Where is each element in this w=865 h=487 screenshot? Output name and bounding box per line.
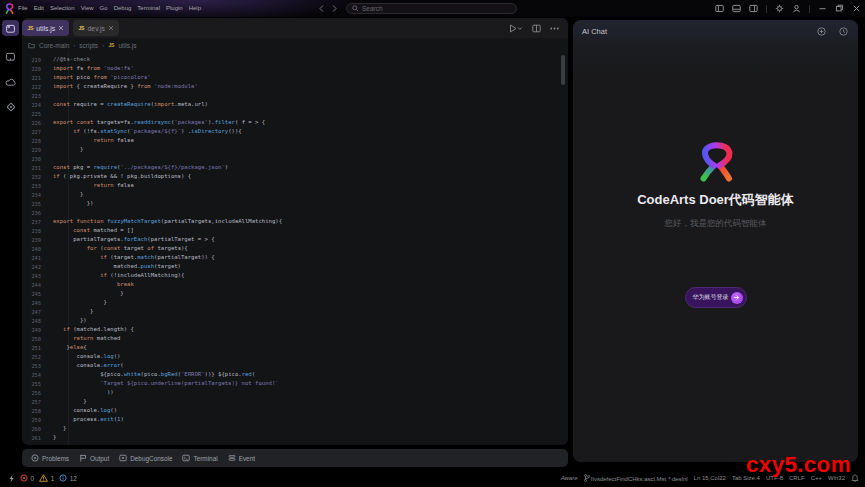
menu-view[interactable]: View — [78, 0, 97, 17]
code-line[interactable]: 219//@ts-check — [22, 55, 568, 64]
code-area[interactable]: 219//@ts-check220import fs from 'node:fs… — [22, 55, 568, 442]
menu-help[interactable]: Help — [186, 0, 204, 17]
editor-tab-dev.js[interactable]: JSdev.js — [73, 20, 119, 36]
restore-icon[interactable] — [835, 4, 844, 13]
breadcrumb[interactable]: Core-main›scripts›JSutils.js — [22, 38, 568, 52]
code-line[interactable]: 221import pico from 'picocolors' — [22, 73, 568, 82]
code-line[interactable]: 226export const targets=fs.readdirsync('… — [22, 118, 568, 127]
code-line[interactable]: 250 return matched — [22, 334, 568, 343]
cloud-icon — [5, 77, 17, 88]
code-line[interactable]: 229 } — [22, 145, 568, 154]
code-line[interactable]: 261} — [22, 433, 568, 442]
tab-close-icon[interactable] — [58, 25, 64, 31]
layout-sidebar-left-icon[interactable] — [715, 4, 724, 13]
editor-tab-utils.js[interactable]: JSutils.js — [22, 20, 69, 36]
problems-errors[interactable]: 0 — [20, 474, 34, 482]
nav-forward-icon[interactable] — [331, 4, 338, 13]
code-line[interactable]: 220import fs from 'node:fs' — [22, 64, 568, 73]
breadcrumb-item[interactable]: utils.js — [118, 42, 136, 49]
code-line[interactable]: 242 matched.push(target) — [22, 262, 568, 271]
status-item[interactable]: Aware — [561, 475, 578, 481]
new-chat-icon[interactable] — [817, 27, 826, 36]
menu-plugin[interactable]: Plugin — [163, 0, 186, 17]
panel-tab-output[interactable]: Output — [79, 454, 109, 462]
history-icon[interactable] — [839, 27, 848, 36]
menu-edit[interactable]: Edit — [31, 0, 47, 17]
app-logo-icon — [4, 3, 15, 14]
code-line[interactable]: 256 )) — [22, 388, 568, 397]
code-line[interactable]: 248 }) — [22, 316, 568, 325]
panel-tab-debugconsole[interactable]: DebugConsole — [119, 454, 172, 462]
code-line[interactable]: 247 } — [22, 307, 568, 316]
menu-go[interactable]: Go — [97, 0, 111, 17]
code-line[interactable]: 260 } — [22, 424, 568, 433]
status-item[interactable]: IIvsdefectFindCHks:ascl.Mst * deslnl — [584, 474, 688, 482]
code-line[interactable]: 257 } — [22, 397, 568, 406]
menu-terminal[interactable]: Terminal — [134, 0, 163, 17]
js-file-icon: JS — [79, 25, 84, 30]
code-line[interactable]: 249 if (matched.length) { — [22, 325, 568, 334]
menu-debug[interactable]: Debug — [111, 0, 135, 17]
tab-close-icon[interactable] — [108, 25, 114, 31]
code-line[interactable]: 225 — [22, 109, 568, 118]
run-code-icon[interactable] — [509, 24, 523, 33]
code-line[interactable]: 258 console.log() — [22, 406, 568, 415]
activity-remote[interactable] — [2, 74, 19, 90]
code-line[interactable]: 231const pkg = require(`../packages/${f}… — [22, 163, 568, 172]
minimize-icon[interactable] — [818, 4, 827, 13]
menu-selection[interactable]: Selection — [47, 0, 78, 17]
panel-tab-event[interactable]: Event — [228, 454, 255, 462]
code-line[interactable]: 238 const matched = [] — [22, 226, 568, 235]
code-line[interactable]: 236 — [22, 208, 568, 217]
code-line[interactable]: 233 return false — [22, 181, 568, 190]
code-line[interactable]: 252 console.log() — [22, 352, 568, 361]
code-line[interactable]: 254 ${pico.white(pico.bgRed('ERROR'))} $… — [22, 370, 568, 379]
ai-hero-subtitle: 您好，我是您的代码智能体 — [573, 218, 858, 230]
code-line[interactable]: 228 return false — [22, 136, 568, 145]
code-line[interactable]: 241 if (target.match(partialTarget)) { — [22, 253, 568, 262]
code-line[interactable]: 244 break — [22, 280, 568, 289]
layout-panel-icon[interactable] — [732, 4, 741, 13]
code-line[interactable]: 227 if (!fs.statSync(`packages/${f}`) .i… — [22, 127, 568, 136]
bell-icon[interactable] — [851, 474, 859, 483]
code-line[interactable]: 223 — [22, 91, 568, 100]
close-icon[interactable] — [852, 4, 861, 13]
code-line[interactable]: 239 partialTargets.forEach(partialTarget… — [22, 235, 568, 244]
code-line[interactable]: 255 `Target ${pico.underline(partialTarg… — [22, 379, 568, 388]
split-editor-icon[interactable] — [532, 24, 541, 33]
breadcrumb-item[interactable]: Core-main — [39, 42, 69, 49]
account-icon[interactable] — [792, 4, 801, 13]
activity-search[interactable] — [2, 48, 19, 64]
code-line[interactable]: 259 process.exit(1) — [22, 415, 568, 424]
code-line[interactable]: 232if ( pkg.private && ! pkg.buildoption… — [22, 172, 568, 181]
panel-tab-terminal[interactable]: Terminal — [182, 454, 217, 462]
layout-sidebar-right-icon[interactable] — [749, 4, 758, 13]
code-line[interactable]: 222import { createRequire } from 'node:m… — [22, 82, 568, 91]
code-line[interactable]: 237export function fuzzyMatchTarget(part… — [22, 217, 568, 226]
panel-tab-problems[interactable]: Problems — [31, 454, 69, 462]
search-input[interactable]: Search — [346, 3, 517, 14]
code-line[interactable]: 243 if (!includeAllMatching){ — [22, 271, 568, 280]
code-line[interactable]: 235 }) — [22, 199, 568, 208]
code-line[interactable]: 230 — [22, 154, 568, 163]
more-actions-icon[interactable] — [550, 27, 559, 30]
code-line[interactable]: 240 for (const target of targets){ — [22, 244, 568, 253]
code-line[interactable]: 246 } — [22, 298, 568, 307]
editor-scrollbar[interactable] — [561, 55, 565, 85]
problems-infos[interactable]: 12 — [59, 474, 77, 482]
code-line[interactable]: 224const require = createRequire(import.… — [22, 100, 568, 109]
huawei-login-button[interactable]: 华为账号登录 — [685, 287, 747, 308]
menu-file[interactable]: File — [15, 0, 31, 17]
code-line[interactable]: 234 } — [22, 190, 568, 199]
nav-back-icon[interactable] — [318, 4, 325, 13]
activity-extensions[interactable] — [2, 99, 19, 115]
code-line[interactable]: 253 console.error( — [22, 361, 568, 370]
code-line[interactable]: 251 }else{ — [22, 343, 568, 352]
remote-bolt-icon[interactable] — [8, 474, 15, 483]
code-line[interactable]: 245 } — [22, 289, 568, 298]
settings-gear-icon[interactable] — [775, 4, 784, 13]
breadcrumb-item[interactable]: scripts — [79, 42, 98, 49]
status-item[interactable]: Ln 15,Col22 — [694, 475, 726, 481]
problems-warnings[interactable]: 1 — [39, 474, 54, 482]
activity-explorer[interactable] — [2, 20, 19, 36]
